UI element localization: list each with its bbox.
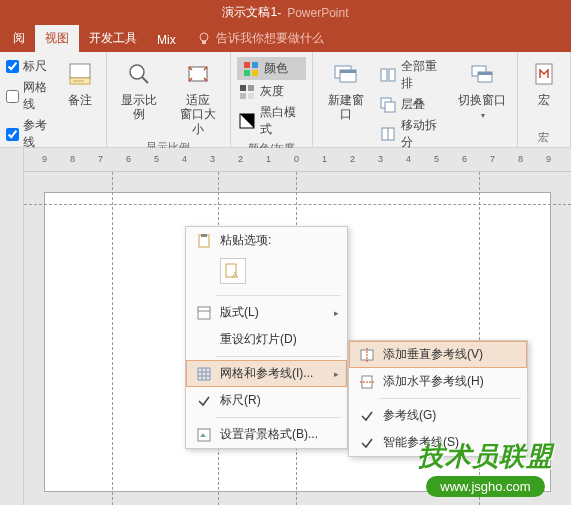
svg-rect-12 xyxy=(240,85,246,91)
svg-rect-21 xyxy=(389,69,395,81)
menu-layout[interactable]: 版式(L) ▸ xyxy=(186,299,347,326)
lightbulb-icon xyxy=(198,32,210,46)
svg-point-0 xyxy=(200,33,208,41)
fit-window-label: 适应 窗口大小 xyxy=(175,93,220,136)
paste-options-row: A xyxy=(186,254,347,292)
svg-rect-34 xyxy=(198,307,210,319)
svg-rect-9 xyxy=(252,62,258,68)
ruler-tick: 9 xyxy=(42,154,47,164)
guide-horizontal[interactable] xyxy=(24,204,571,205)
grayscale-label: 灰度 xyxy=(260,83,284,100)
svg-point-5 xyxy=(130,65,144,79)
fit-window-button[interactable]: 适应 窗口大小 xyxy=(171,56,224,138)
menu-separator xyxy=(216,295,341,296)
submenu-arrow-icon: ▸ xyxy=(334,369,339,379)
cascade-label: 层叠 xyxy=(401,96,425,113)
svg-rect-14 xyxy=(240,93,246,99)
context-menu: 粘贴选项: A 版式(L) ▸ 重设幻灯片(D) 网格和参考线(I)... ▸ … xyxy=(185,226,348,449)
paste-options-header: 粘贴选项: xyxy=(186,227,347,254)
new-window-icon xyxy=(330,58,362,90)
app-title: PowerPoint xyxy=(287,6,348,20)
checkbox-guides-input[interactable] xyxy=(6,128,19,141)
document-title: 演示文稿1 xyxy=(222,4,277,21)
color-button[interactable]: 颜色 xyxy=(237,57,306,80)
ribbon-group-window: 新建窗口 全部重排 层叠 移动拆分 xyxy=(313,52,518,147)
ruler-vertical[interactable] xyxy=(0,172,24,505)
ruler-tick: 3 xyxy=(210,154,215,164)
ruler-tick: 2 xyxy=(238,154,243,164)
submenu-guides[interactable]: 参考线(G) xyxy=(349,402,527,429)
switch-windows-label: 切换窗口▾ xyxy=(456,93,507,122)
menu-reset-slide[interactable]: 重设幻灯片(D) xyxy=(186,326,347,353)
tab-yuelan[interactable]: 阅 xyxy=(3,25,35,52)
menu-ruler[interactable]: 标尺(R) xyxy=(186,387,347,414)
ruler-tick: 0 xyxy=(294,154,299,164)
ruler-tick: 5 xyxy=(434,154,439,164)
menu-separator xyxy=(216,356,341,357)
ribbon-group-show: 标尺 网格线 参考线 备注 显示 xyxy=(0,52,107,147)
blackwhite-icon xyxy=(239,113,255,129)
checkbox-ruler-input[interactable] xyxy=(6,60,19,73)
submenu-add-horizontal-label: 添加水平参考线(H) xyxy=(383,373,519,390)
guide-vertical[interactable] xyxy=(112,172,113,505)
title-bar: 演示文稿1 - PowerPoint xyxy=(0,0,571,25)
grayscale-button[interactable]: 灰度 xyxy=(237,82,306,101)
watermark-text: 技术员联盟 xyxy=(418,439,553,474)
svg-rect-1 xyxy=(202,41,206,44)
checkbox-gridlines-input[interactable] xyxy=(6,90,19,103)
svg-rect-2 xyxy=(70,64,90,78)
svg-rect-13 xyxy=(248,85,254,91)
ruler-tick: 6 xyxy=(126,154,131,164)
submenu-add-horizontal[interactable]: 添加水平参考线(H) xyxy=(349,368,527,395)
notes-button[interactable]: 备注 xyxy=(60,56,100,109)
svg-line-6 xyxy=(142,77,148,83)
zoom-icon xyxy=(123,58,155,90)
layout-icon xyxy=(194,305,214,321)
blackwhite-button[interactable]: 黑白模式 xyxy=(237,103,306,139)
macros-button[interactable]: 宏 xyxy=(524,56,564,109)
cascade-button[interactable]: 层叠 xyxy=(378,95,446,114)
tab-view[interactable]: 视图 xyxy=(35,25,79,52)
svg-rect-28 xyxy=(478,72,492,75)
ruler-tick: 7 xyxy=(98,154,103,164)
svg-rect-19 xyxy=(340,70,356,73)
grid-icon xyxy=(194,366,214,382)
menu-grid-guides[interactable]: 网格和参考线(I)... ▸ xyxy=(186,360,347,387)
svg-rect-10 xyxy=(244,70,250,76)
watermark: 技术员联盟 www.jsgho.com xyxy=(418,439,553,497)
tell-me-search[interactable]: 告诉我你想要做什么 xyxy=(198,30,324,52)
arrange-all-button[interactable]: 全部重排 xyxy=(378,57,446,93)
move-split-label: 移动拆分 xyxy=(401,117,444,151)
ruler-tick: 4 xyxy=(182,154,187,164)
switch-windows-button[interactable]: 切换窗口▾ xyxy=(452,56,511,124)
submenu-add-vertical[interactable]: 添加垂直参考线(V) xyxy=(349,341,527,368)
color-label: 颜色 xyxy=(264,60,288,77)
zoom-button[interactable]: 显示比例 xyxy=(113,56,166,124)
menu-separator xyxy=(216,417,341,418)
checkmark-icon xyxy=(194,394,214,408)
ruler-tick: 5 xyxy=(154,154,159,164)
tab-mix[interactable]: Mix xyxy=(147,28,186,52)
color-icon xyxy=(243,61,259,77)
checkmark-icon xyxy=(357,436,377,450)
checkbox-guides[interactable]: 参考线 xyxy=(6,117,54,151)
checkbox-gridlines[interactable]: 网格线 xyxy=(6,79,54,113)
ruler-horizontal[interactable]: 9 8 7 6 5 4 3 2 1 0 1 2 3 4 5 6 7 8 9 xyxy=(24,148,571,171)
svg-rect-23 xyxy=(385,102,395,112)
move-split-button[interactable]: 移动拆分 xyxy=(378,116,446,152)
ruler-tick: 3 xyxy=(378,154,383,164)
checkbox-ruler[interactable]: 标尺 xyxy=(6,58,54,75)
ruler-tick: 7 xyxy=(490,154,495,164)
paste-keep-formatting-button[interactable]: A xyxy=(220,258,246,284)
title-separator: - xyxy=(277,6,281,20)
svg-text:A: A xyxy=(232,270,238,280)
fit-window-icon xyxy=(182,58,214,90)
tab-developer[interactable]: 开发工具 xyxy=(79,25,147,52)
format-bg-icon xyxy=(194,427,214,443)
arrange-all-label: 全部重排 xyxy=(401,58,444,92)
menu-format-background[interactable]: 设置背景格式(B)... xyxy=(186,421,347,448)
new-window-button[interactable]: 新建窗口 xyxy=(319,56,372,124)
submenu-guides-label: 参考线(G) xyxy=(383,407,519,424)
ribbon-group-zoom: 显示比例 适应 窗口大小 显示比例 xyxy=(107,52,232,147)
ruler-tick: 1 xyxy=(322,154,327,164)
